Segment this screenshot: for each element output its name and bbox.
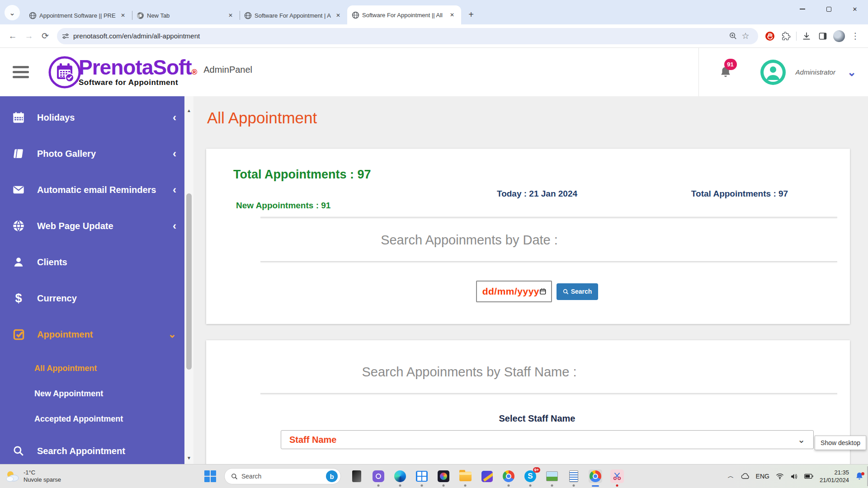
- taskbar-weather-widget[interactable]: -1°C Nuvole sparse: [5, 469, 95, 483]
- sidebar-item-search-appointment[interactable]: Search Appointment: [0, 436, 184, 464]
- window-maximize-button[interactable]: [816, 0, 842, 18]
- scroll-down-icon[interactable]: ▼: [186, 455, 192, 460]
- sidebar-item-label: Web Page Update: [37, 221, 173, 231]
- zoom-icon[interactable]: [729, 32, 737, 40]
- sidebar-item-label: Search Appointment: [37, 446, 176, 456]
- reload-icon[interactable]: ⟳: [37, 28, 53, 44]
- sidebar-item-label: Holidays: [37, 113, 173, 123]
- chrome-active-icon[interactable]: [589, 469, 602, 483]
- search-button[interactable]: Search: [557, 283, 599, 300]
- close-icon[interactable]: ✕: [334, 11, 343, 19]
- checkbox-check-icon: [12, 328, 25, 341]
- brand-name: PrenotaSoft: [79, 56, 192, 79]
- forward-icon[interactable]: →: [21, 28, 37, 44]
- volume-icon[interactable]: [790, 473, 798, 480]
- tab-search-icon[interactable]: ⌄: [5, 5, 20, 20]
- battery-icon[interactable]: [804, 474, 813, 479]
- notifications-button[interactable]: 91: [720, 66, 731, 79]
- sidebar-item-clients[interactable]: Clients: [0, 247, 184, 277]
- window-minimize-button[interactable]: [789, 0, 816, 18]
- close-icon[interactable]: ✕: [226, 11, 235, 19]
- url-text[interactable]: prenotasoft.com/en/admin/all-appointment: [73, 32, 729, 40]
- bookmark-star-icon[interactable]: ☆: [737, 28, 754, 44]
- store-icon[interactable]: [415, 469, 429, 483]
- address-bar[interactable]: prenotasoft.com/en/admin/all-appointment…: [57, 28, 758, 44]
- browser-profile-avatar[interactable]: [831, 28, 847, 44]
- side-panel-icon[interactable]: [815, 28, 831, 44]
- calendar-logo-icon: [48, 56, 81, 89]
- browser-tab[interactable]: Appointment Software || PRENC ✕: [24, 6, 132, 24]
- adblock-icon[interactable]: [762, 28, 778, 44]
- weather-temp: -1°C: [24, 469, 61, 476]
- chevron-left-icon: [173, 111, 176, 124]
- weather-desc: Nuvole sparse: [24, 476, 61, 483]
- sidebar-scrollbar[interactable]: ▲ ▼: [184, 96, 193, 464]
- sidebar-subitem-all-appointment[interactable]: All Appointment: [0, 356, 184, 381]
- user-avatar[interactable]: [760, 60, 786, 85]
- calendar-icon: [12, 111, 25, 124]
- sidebar-subitem-accepted-appointment[interactable]: Accepted Appointment: [0, 406, 184, 432]
- sidebar-item-web-page-update[interactable]: Web Page Update: [0, 211, 184, 241]
- skype-icon[interactable]: S9+: [524, 469, 537, 483]
- tab-title: New Tab: [147, 12, 223, 19]
- site-settings-icon[interactable]: [61, 32, 70, 40]
- start-button[interactable]: [204, 470, 216, 482]
- bing-icon[interactable]: b: [326, 470, 338, 482]
- download-icon[interactable]: [798, 28, 815, 44]
- taskbar-clock[interactable]: 21:35 21/01/2024: [820, 469, 849, 484]
- chat-app-icon[interactable]: [372, 469, 385, 483]
- onedrive-cloud-icon[interactable]: [741, 473, 750, 479]
- notification-bell-icon[interactable]: [855, 472, 863, 481]
- app-header: PrenotaSoft® Software for Appointment Ad…: [0, 48, 868, 96]
- close-icon[interactable]: ✕: [118, 11, 127, 19]
- scroll-up-icon[interactable]: ▲: [186, 108, 192, 113]
- calendar-picker-icon[interactable]: [539, 287, 547, 296]
- sidebar-subitem-label: New Appointment: [34, 389, 103, 399]
- image-app-icon[interactable]: [545, 469, 559, 483]
- chevron-left-icon: [173, 147, 176, 160]
- window-close-button[interactable]: ✕: [842, 0, 868, 18]
- file-explorer-icon[interactable]: [458, 469, 472, 483]
- staff-select-value: Staff Name: [289, 435, 797, 445]
- photos-icon[interactable]: [437, 469, 450, 483]
- edge-icon[interactable]: [393, 469, 407, 483]
- taskbar: -1°C Nuvole sparse Search b S9+: [0, 464, 868, 488]
- sidebar-subitem-label: Accepted Appointment: [34, 414, 123, 424]
- sidebar-item-holidays[interactable]: Holidays: [0, 103, 184, 132]
- language-indicator[interactable]: ENG: [756, 473, 769, 480]
- page-title: All Appointment: [207, 109, 850, 127]
- extensions-puzzle-icon[interactable]: [778, 28, 794, 44]
- new-appointments-stat: New Appointments : 91: [236, 201, 436, 211]
- media-app-icon[interactable]: [480, 469, 494, 483]
- scrollbar-thumb[interactable]: [186, 193, 192, 370]
- sidebar-item-photo-gallery[interactable]: Photo Gallery: [0, 139, 184, 169]
- browser-tab[interactable]: Software For Appointment | Ad ✕: [240, 6, 347, 24]
- chrome-icon[interactable]: [502, 469, 515, 483]
- chevron-down-icon[interactable]: ⌄: [847, 70, 856, 75]
- snipping-tool-icon[interactable]: [610, 469, 624, 483]
- staff-name-select[interactable]: Staff Name ⌄: [281, 430, 814, 449]
- chevron-left-icon: [173, 220, 176, 232]
- date-input[interactable]: dd/mm/yyyy: [476, 281, 552, 302]
- search-by-date-heading: Search Appoinments by Date :: [193, 233, 773, 248]
- hamburger-menu-icon[interactable]: [13, 66, 29, 78]
- new-tab-button[interactable]: +: [465, 8, 477, 21]
- taskbar-search[interactable]: Search b: [224, 468, 341, 484]
- dark-app-icon[interactable]: [350, 469, 363, 483]
- close-icon[interactable]: ✕: [448, 11, 457, 19]
- back-icon[interactable]: ←: [5, 28, 21, 44]
- tab-title: Software For Appointment || All: [362, 12, 445, 19]
- sidebar-item-appointment[interactable]: Appointment: [0, 319, 184, 349]
- wifi-icon[interactable]: [776, 473, 784, 479]
- browser-tab[interactable]: New Tab ✕: [132, 6, 240, 24]
- sidebar-item-currency[interactable]: Currency: [0, 283, 184, 313]
- sidebar-item-email-reminders[interactable]: Automatic email Reminders: [0, 175, 184, 205]
- globe-favicon-icon: [244, 12, 252, 19]
- browser-tab-active[interactable]: Software For Appointment || All ✕: [347, 5, 461, 24]
- browser-menu-icon[interactable]: ⋮: [847, 28, 863, 44]
- brand-logo[interactable]: PrenotaSoft® Software for Appointment: [48, 56, 197, 89]
- tray-expand-icon[interactable]: ︿: [728, 472, 734, 480]
- notes-app-icon[interactable]: [567, 469, 580, 483]
- sidebar-subitem-new-appointment[interactable]: New Appointment: [0, 381, 184, 406]
- sidebar-subitem-label: All Appointment: [34, 364, 97, 373]
